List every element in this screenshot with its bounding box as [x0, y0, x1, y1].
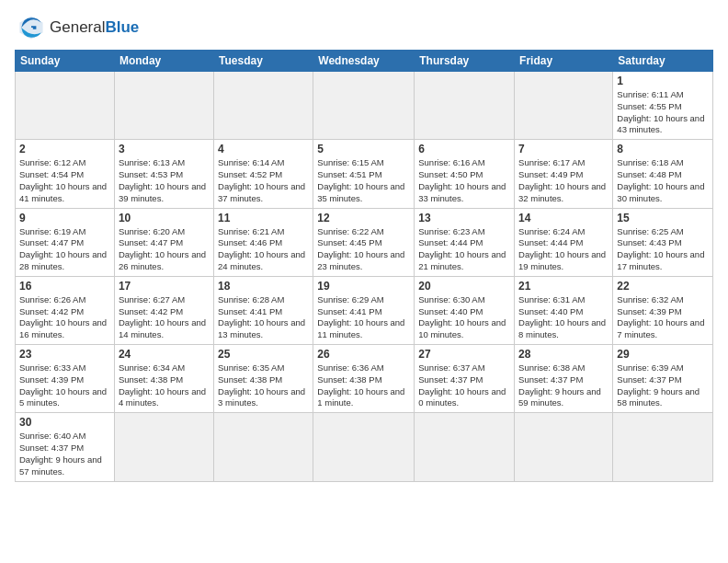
day-info: Sunrise: 6:15 AM Sunset: 4:51 PM Dayligh… — [317, 157, 410, 204]
day-info: Sunrise: 6:34 AM Sunset: 4:38 PM Dayligh… — [119, 362, 210, 409]
weekday-header-row: SundayMondayTuesdayWednesdayThursdayFrid… — [16, 51, 713, 72]
weekday-header-tuesday: Tuesday — [214, 51, 313, 72]
day-number: 29 — [617, 348, 709, 361]
day-info: Sunrise: 6:14 AM Sunset: 4:52 PM Dayligh… — [218, 157, 309, 204]
day-cell: 11Sunrise: 6:21 AM Sunset: 4:46 PM Dayli… — [214, 208, 313, 276]
week-row-1: 1Sunrise: 6:11 AM Sunset: 4:55 PM Daylig… — [16, 72, 713, 140]
calendar-table: SundayMondayTuesdayWednesdayThursdayFrid… — [15, 50, 713, 482]
day-cell — [313, 72, 415, 140]
day-info: Sunrise: 6:12 AM Sunset: 4:54 PM Dayligh… — [19, 157, 110, 204]
week-row-4: 16Sunrise: 6:26 AM Sunset: 4:42 PM Dayli… — [16, 276, 713, 344]
day-cell — [214, 413, 313, 481]
day-cell — [114, 72, 213, 140]
day-cell — [313, 413, 415, 481]
day-info: Sunrise: 6:24 AM Sunset: 4:44 PM Dayligh… — [518, 226, 609, 273]
day-info: Sunrise: 6:36 AM Sunset: 4:38 PM Dayligh… — [317, 362, 410, 409]
day-cell: 7Sunrise: 6:17 AM Sunset: 4:49 PM Daylig… — [515, 140, 613, 208]
day-cell: 10Sunrise: 6:20 AM Sunset: 4:47 PM Dayli… — [114, 208, 213, 276]
day-number: 19 — [317, 280, 410, 293]
day-number: 3 — [119, 143, 210, 155]
day-info: Sunrise: 6:16 AM Sunset: 4:50 PM Dayligh… — [418, 157, 510, 204]
day-info: Sunrise: 6:19 AM Sunset: 4:47 PM Dayligh… — [19, 226, 110, 273]
day-number: 16 — [19, 280, 110, 293]
day-number: 1 — [617, 75, 709, 87]
day-info: Sunrise: 6:27 AM Sunset: 4:42 PM Dayligh… — [119, 294, 210, 341]
day-number: 9 — [19, 212, 110, 224]
day-cell: 17Sunrise: 6:27 AM Sunset: 4:42 PM Dayli… — [114, 276, 213, 344]
day-cell: 24Sunrise: 6:34 AM Sunset: 4:38 PM Dayli… — [114, 345, 213, 413]
day-number: 7 — [518, 143, 609, 155]
day-number: 5 — [317, 143, 410, 155]
day-info: Sunrise: 6:40 AM Sunset: 4:37 PM Dayligh… — [19, 431, 110, 477]
weekday-header-friday: Friday — [515, 51, 613, 72]
day-info: Sunrise: 6:17 AM Sunset: 4:49 PM Dayligh… — [518, 157, 609, 204]
day-number: 26 — [317, 348, 410, 361]
day-number: 21 — [518, 280, 609, 293]
day-cell: 8Sunrise: 6:18 AM Sunset: 4:48 PM Daylig… — [613, 140, 713, 208]
day-number: 30 — [19, 416, 110, 429]
day-info: Sunrise: 6:37 AM Sunset: 4:37 PM Dayligh… — [418, 362, 510, 409]
day-cell: 27Sunrise: 6:37 AM Sunset: 4:37 PM Dayli… — [415, 345, 515, 413]
day-number: 6 — [418, 143, 510, 155]
day-cell: 2Sunrise: 6:12 AM Sunset: 4:54 PM Daylig… — [16, 140, 115, 208]
header: GeneralBlue — [15, 11, 713, 44]
day-info: Sunrise: 6:38 AM Sunset: 4:37 PM Dayligh… — [518, 362, 609, 409]
day-cell: 19Sunrise: 6:29 AM Sunset: 4:41 PM Dayli… — [313, 276, 415, 344]
day-cell: 20Sunrise: 6:30 AM Sunset: 4:40 PM Dayli… — [415, 276, 515, 344]
day-number: 18 — [218, 280, 309, 293]
day-info: Sunrise: 6:13 AM Sunset: 4:53 PM Dayligh… — [119, 157, 210, 204]
day-cell: 23Sunrise: 6:33 AM Sunset: 4:39 PM Dayli… — [16, 345, 115, 413]
day-info: Sunrise: 6:31 AM Sunset: 4:40 PM Dayligh… — [518, 294, 609, 341]
weekday-header-monday: Monday — [114, 51, 213, 72]
day-number: 2 — [19, 143, 110, 155]
day-cell: 28Sunrise: 6:38 AM Sunset: 4:37 PM Dayli… — [515, 345, 613, 413]
day-info: Sunrise: 6:32 AM Sunset: 4:39 PM Dayligh… — [617, 294, 709, 341]
day-info: Sunrise: 6:39 AM Sunset: 4:37 PM Dayligh… — [617, 362, 709, 409]
logo: GeneralBlue — [15, 11, 139, 44]
day-cell: 6Sunrise: 6:16 AM Sunset: 4:50 PM Daylig… — [415, 140, 515, 208]
logo-icon — [15, 11, 48, 44]
day-info: Sunrise: 6:20 AM Sunset: 4:47 PM Dayligh… — [119, 226, 210, 273]
day-number: 4 — [218, 143, 309, 155]
day-number: 8 — [617, 143, 709, 155]
day-number: 22 — [617, 280, 709, 293]
day-info: Sunrise: 6:35 AM Sunset: 4:38 PM Dayligh… — [218, 362, 309, 409]
day-cell — [613, 413, 713, 481]
page: GeneralBlue SundayMondayTuesdayWednesday… — [0, 0, 728, 563]
week-row-2: 2Sunrise: 6:12 AM Sunset: 4:54 PM Daylig… — [16, 140, 713, 208]
day-cell: 12Sunrise: 6:22 AM Sunset: 4:45 PM Dayli… — [313, 208, 415, 276]
day-cell — [515, 413, 613, 481]
logo-text: GeneralBlue — [50, 18, 139, 37]
day-cell: 30Sunrise: 6:40 AM Sunset: 4:37 PM Dayli… — [16, 413, 115, 481]
day-cell: 13Sunrise: 6:23 AM Sunset: 4:44 PM Dayli… — [415, 208, 515, 276]
weekday-header-saturday: Saturday — [613, 51, 713, 72]
day-number: 25 — [218, 348, 309, 361]
day-number: 17 — [119, 280, 210, 293]
day-info: Sunrise: 6:28 AM Sunset: 4:41 PM Dayligh… — [218, 294, 309, 341]
weekday-header-sunday: Sunday — [16, 51, 115, 72]
day-number: 13 — [418, 212, 510, 224]
day-number: 11 — [218, 212, 309, 224]
day-cell: 26Sunrise: 6:36 AM Sunset: 4:38 PM Dayli… — [313, 345, 415, 413]
week-row-3: 9Sunrise: 6:19 AM Sunset: 4:47 PM Daylig… — [16, 208, 713, 276]
day-info: Sunrise: 6:22 AM Sunset: 4:45 PM Dayligh… — [317, 226, 410, 273]
day-number: 10 — [119, 212, 210, 224]
day-cell: 1Sunrise: 6:11 AM Sunset: 4:55 PM Daylig… — [613, 72, 713, 140]
day-number: 12 — [317, 212, 410, 224]
day-cell: 14Sunrise: 6:24 AM Sunset: 4:44 PM Dayli… — [515, 208, 613, 276]
day-cell: 9Sunrise: 6:19 AM Sunset: 4:47 PM Daylig… — [16, 208, 115, 276]
day-cell — [214, 72, 313, 140]
day-cell: 5Sunrise: 6:15 AM Sunset: 4:51 PM Daylig… — [313, 140, 415, 208]
weekday-header-thursday: Thursday — [415, 51, 515, 72]
day-info: Sunrise: 6:23 AM Sunset: 4:44 PM Dayligh… — [418, 226, 510, 273]
day-cell: 15Sunrise: 6:25 AM Sunset: 4:43 PM Dayli… — [613, 208, 713, 276]
day-info: Sunrise: 6:18 AM Sunset: 4:48 PM Dayligh… — [617, 157, 709, 204]
day-number: 20 — [418, 280, 510, 293]
day-info: Sunrise: 6:21 AM Sunset: 4:46 PM Dayligh… — [218, 226, 309, 273]
day-cell: 25Sunrise: 6:35 AM Sunset: 4:38 PM Dayli… — [214, 345, 313, 413]
day-info: Sunrise: 6:33 AM Sunset: 4:39 PM Dayligh… — [19, 362, 110, 409]
day-cell: 3Sunrise: 6:13 AM Sunset: 4:53 PM Daylig… — [114, 140, 213, 208]
day-cell: 16Sunrise: 6:26 AM Sunset: 4:42 PM Dayli… — [16, 276, 115, 344]
day-cell — [415, 72, 515, 140]
day-info: Sunrise: 6:25 AM Sunset: 4:43 PM Dayligh… — [617, 226, 709, 273]
